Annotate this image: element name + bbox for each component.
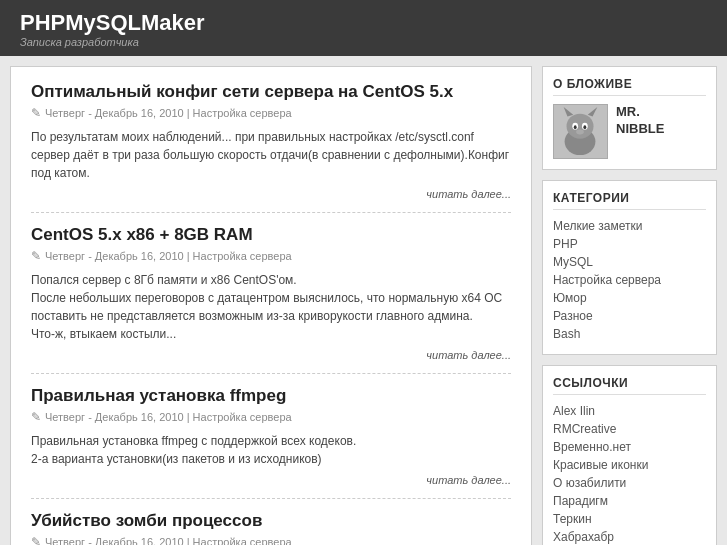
post-title[interactable]: Оптимальный конфиг сети сервера на CentO… — [31, 82, 511, 102]
post-title[interactable]: CentOS 5.x x86 + 8GB RAM — [31, 225, 511, 245]
about-title: О БЛОЖИВЕ — [553, 77, 706, 96]
svg-point-2 — [567, 114, 594, 139]
links-widget: ССЫЛОЧКИ Alex IlinRMCreativeВременно.нет… — [542, 365, 717, 545]
read-more-link[interactable]: читать далее... — [31, 349, 511, 361]
read-more-link[interactable]: читать далее... — [31, 474, 511, 486]
link-item: Временно.нет — [553, 439, 706, 454]
post-meta: ✎ Четверг - Декабрь 16, 2010 | Настройка… — [31, 249, 511, 263]
post-content: По результатам моих наблюдений... при пр… — [31, 128, 511, 182]
category-link[interactable]: Мелкие заметки — [553, 219, 643, 233]
category-link[interactable]: Разное — [553, 309, 593, 323]
read-more-link[interactable]: читать далее... — [31, 188, 511, 200]
links-title: ССЫЛОЧКИ — [553, 376, 706, 395]
category-link[interactable]: MySQL — [553, 255, 593, 269]
pencil-icon: ✎ — [31, 249, 41, 263]
category-link[interactable]: Настройка сервера — [553, 273, 661, 287]
link-item: RMCreative — [553, 421, 706, 436]
post-meta: ✎ Четверг - Декабрь 16, 2010 | Настройка… — [31, 106, 511, 120]
link-item: Парадигм — [553, 493, 706, 508]
post-title[interactable]: Правильная установка ffmpeg — [31, 386, 511, 406]
link-item: Хабрахабр — [553, 529, 706, 544]
main-content: Оптимальный конфиг сети сервера на CentO… — [10, 66, 532, 545]
post-date-category: Четверг - Декабрь 16, 2010 | Настройка с… — [45, 250, 292, 262]
post-item: CentOS 5.x x86 + 8GB RAM ✎ Четверг - Дек… — [31, 225, 511, 374]
link-item: Теркин — [553, 511, 706, 526]
post-item: Оптимальный конфиг сети сервера на CentO… — [31, 82, 511, 213]
post-item: Правильная установка ffmpeg ✎ Четверг - … — [31, 386, 511, 499]
category-item: MySQL — [553, 254, 706, 269]
avatar — [553, 104, 608, 159]
category-link[interactable]: Юмор — [553, 291, 587, 305]
external-link[interactable]: Красивые иконки — [553, 458, 648, 472]
external-link[interactable]: RMCreative — [553, 422, 616, 436]
link-item: О юзабилити — [553, 475, 706, 490]
post-date-category: Четверг - Декабрь 16, 2010 | Настройка с… — [45, 536, 292, 545]
post-date-category: Четверг - Декабрь 16, 2010 | Настройка с… — [45, 411, 292, 423]
categories-widget: КАТЕГОРИИ Мелкие заметкиPHPMySQLНастройк… — [542, 180, 717, 355]
link-item: Alex Ilin — [553, 403, 706, 418]
svg-point-7 — [574, 125, 577, 129]
link-item: Красивые иконки — [553, 457, 706, 472]
sidebar: О БЛОЖИВЕ — [542, 66, 717, 545]
site-title: PHPMySQLMaker — [20, 10, 707, 36]
external-link[interactable]: Временно.нет — [553, 440, 631, 454]
categories-title: КАТЕГОРИИ — [553, 191, 706, 210]
post-date-category: Четверг - Декабрь 16, 2010 | Настройка с… — [45, 107, 292, 119]
category-item: PHP — [553, 236, 706, 251]
categories-list: Мелкие заметкиPHPMySQLНастройка сервераЮ… — [553, 218, 706, 341]
category-item: Bash — [553, 326, 706, 341]
category-item: Настройка сервера — [553, 272, 706, 287]
site-header: PHPMySQLMaker Записка разработчика — [0, 0, 727, 56]
about-widget: О БЛОЖИВЕ — [542, 66, 717, 170]
about-name-text: MR. NIBBLE — [616, 104, 664, 138]
post-title[interactable]: Убийство зомби процессов — [31, 511, 511, 531]
svg-point-9 — [576, 130, 584, 135]
external-link[interactable]: Хабрахабр — [553, 530, 614, 544]
external-link[interactable]: Парадигм — [553, 494, 608, 508]
post-content: Правильная установка ffmpeg с поддержкой… — [31, 432, 511, 468]
external-link[interactable]: Теркин — [553, 512, 592, 526]
post-meta: ✎ Четверг - Декабрь 16, 2010 | Настройка… — [31, 535, 511, 545]
avatar-image — [554, 104, 607, 159]
category-link[interactable]: PHP — [553, 237, 578, 251]
post-item: Убийство зомби процессов ✎ Четверг - Дек… — [31, 511, 511, 545]
pencil-icon: ✎ — [31, 106, 41, 120]
category-link[interactable]: Bash — [553, 327, 580, 341]
site-subtitle: Записка разработчика — [20, 36, 707, 48]
external-link[interactable]: О юзабилити — [553, 476, 626, 490]
external-link[interactable]: Alex Ilin — [553, 404, 595, 418]
category-item: Разное — [553, 308, 706, 323]
svg-point-8 — [583, 125, 586, 129]
pencil-icon: ✎ — [31, 410, 41, 424]
post-meta: ✎ Четверг - Декабрь 16, 2010 | Настройка… — [31, 410, 511, 424]
post-content: Попался сервер с 8Гб памяти и x86 CentOS… — [31, 271, 511, 343]
category-item: Мелкие заметки — [553, 218, 706, 233]
links-list: Alex IlinRMCreativeВременно.нетКрасивые … — [553, 403, 706, 545]
category-item: Юмор — [553, 290, 706, 305]
pencil-icon: ✎ — [31, 535, 41, 545]
